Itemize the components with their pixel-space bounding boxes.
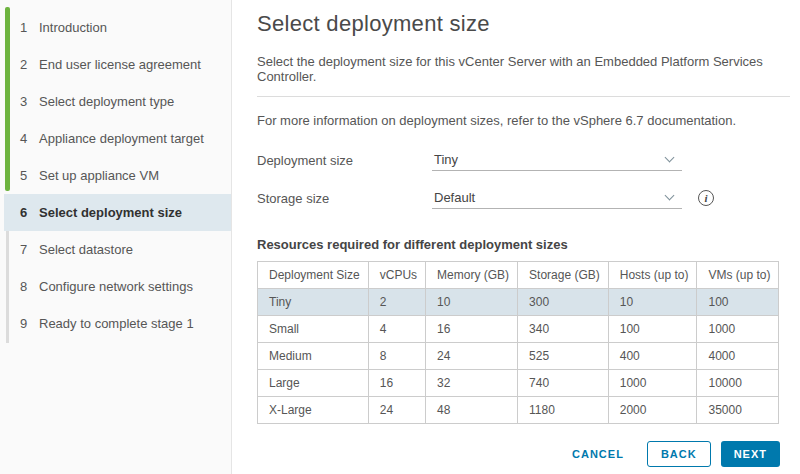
sidebar-item-select-deployment-size: 6 Select deployment size	[4, 194, 231, 231]
step-label: End user license agreement	[39, 57, 201, 72]
cell: 4000	[697, 343, 779, 370]
cell: 525	[518, 343, 609, 370]
column-header-memory: Memory (GB)	[426, 262, 518, 289]
step-number: 2	[20, 57, 32, 72]
step-number: 9	[20, 316, 32, 331]
cell: 100	[608, 316, 697, 343]
info-icon[interactable]: i	[698, 190, 714, 206]
sidebar-item-configure-network-settings: 8 Configure network settings	[0, 268, 231, 305]
cell: 24	[426, 343, 518, 370]
step-label: Configure network settings	[39, 279, 193, 294]
step-label: Select deployment size	[39, 205, 182, 220]
resources-table-title: Resources required for different deploym…	[257, 237, 790, 252]
sidebar-item-appliance-deployment-target: 4 Appliance deployment target	[0, 120, 231, 157]
cell: 24	[368, 397, 425, 424]
storage-size-select[interactable]: Default	[432, 187, 682, 209]
sidebar-item-select-datastore: 7 Select datastore	[0, 231, 231, 268]
deployment-size-info-text: For more information on deployment sizes…	[257, 113, 790, 128]
sidebar-item-introduction: 1 Introduction	[0, 9, 231, 46]
column-header-storage: Storage (GB)	[518, 262, 609, 289]
page-subtitle: Select the deployment size for this vCen…	[257, 54, 790, 84]
step-label: Select deployment type	[39, 94, 174, 109]
column-header-vcpus: vCPUs	[368, 262, 425, 289]
vcsa-installer-window: 1 Introduction 2 End user license agreem…	[0, 0, 800, 474]
cell: 2	[368, 289, 425, 316]
page-title: Select deployment size	[257, 11, 790, 37]
step-label: Ready to complete stage 1	[39, 316, 194, 331]
cell: 16	[368, 370, 425, 397]
column-header-deployment-size: Deployment Size	[258, 262, 369, 289]
cell: 1000	[608, 370, 697, 397]
table-header-row: Deployment Size vCPUs Memory (GB) Storag…	[258, 262, 779, 289]
cell: 740	[518, 370, 609, 397]
wizard-footer-actions: CANCEL BACK NEXT	[559, 441, 780, 467]
cell: 10000	[697, 370, 779, 397]
column-header-hosts: Hosts (up to)	[608, 262, 697, 289]
cell: 1180	[518, 397, 609, 424]
step-number: 8	[20, 279, 32, 294]
wizard-content-pane: Select deployment size Select the deploy…	[232, 0, 800, 474]
step-number: 5	[20, 168, 32, 183]
step-number: 6	[20, 205, 32, 220]
sidebar-item-select-deployment-type: 3 Select deployment type	[0, 83, 231, 120]
cell: 10	[608, 289, 697, 316]
cell: 400	[608, 343, 697, 370]
cell: 340	[518, 316, 609, 343]
cell: 16	[426, 316, 518, 343]
header-divider	[257, 96, 790, 97]
cell: 8	[368, 343, 425, 370]
cell: 10	[426, 289, 518, 316]
table-row-xlarge: X-Large 24 48 1180 2000 35000	[258, 397, 779, 424]
chevron-down-icon	[665, 191, 675, 201]
cell: 100	[697, 289, 779, 316]
step-label: Introduction	[39, 20, 107, 35]
cell: 1000	[697, 316, 779, 343]
wizard-sidebar: 1 Introduction 2 End user license agreem…	[0, 0, 232, 474]
sidebar-item-ready-to-complete: 9 Ready to complete stage 1	[0, 305, 231, 342]
cell: Medium	[258, 343, 369, 370]
back-button[interactable]: BACK	[647, 441, 711, 467]
step-number: 1	[20, 20, 32, 35]
column-header-vms: VMs (up to)	[697, 262, 779, 289]
cancel-button[interactable]: CANCEL	[559, 441, 637, 467]
table-row-small: Small 4 16 340 100 1000	[258, 316, 779, 343]
cell: Small	[258, 316, 369, 343]
chevron-down-icon	[665, 153, 675, 163]
table-row-large: Large 16 32 740 1000 10000	[258, 370, 779, 397]
storage-size-selected-value: Default	[434, 190, 475, 205]
sidebar-item-set-up-appliance-vm: 5 Set up appliance VM	[0, 157, 231, 194]
table-row-tiny: Tiny 2 10 300 10 100	[258, 289, 779, 316]
step-label: Select datastore	[39, 242, 133, 257]
deployment-size-form: Deployment size Tiny Storage size Defaul…	[257, 149, 790, 209]
storage-size-label: Storage size	[257, 191, 432, 206]
cell: 48	[426, 397, 518, 424]
cell: 4	[368, 316, 425, 343]
deployment-size-label: Deployment size	[257, 153, 432, 168]
sidebar-item-eula: 2 End user license agreement	[0, 46, 231, 83]
cell: 300	[518, 289, 609, 316]
step-number: 3	[20, 94, 32, 109]
resources-table: Deployment Size vCPUs Memory (GB) Storag…	[257, 261, 779, 424]
cell: 35000	[697, 397, 779, 424]
cell: X-Large	[258, 397, 369, 424]
step-label: Set up appliance VM	[39, 168, 159, 183]
step-number: 4	[20, 131, 32, 146]
cell: Large	[258, 370, 369, 397]
table-row-medium: Medium 8 24 525 400 4000	[258, 343, 779, 370]
cell: 2000	[608, 397, 697, 424]
deployment-size-row: Deployment size Tiny	[257, 149, 790, 171]
step-label: Appliance deployment target	[39, 131, 204, 146]
storage-size-row: Storage size Default i	[257, 187, 790, 209]
deployment-size-selected-value: Tiny	[434, 152, 458, 167]
deployment-size-select[interactable]: Tiny	[432, 149, 682, 171]
cell: Tiny	[258, 289, 369, 316]
step-number: 7	[20, 242, 32, 257]
cell: 32	[426, 370, 518, 397]
next-button[interactable]: NEXT	[721, 441, 780, 467]
wizard-step-list: 1 Introduction 2 End user license agreem…	[0, 0, 231, 342]
